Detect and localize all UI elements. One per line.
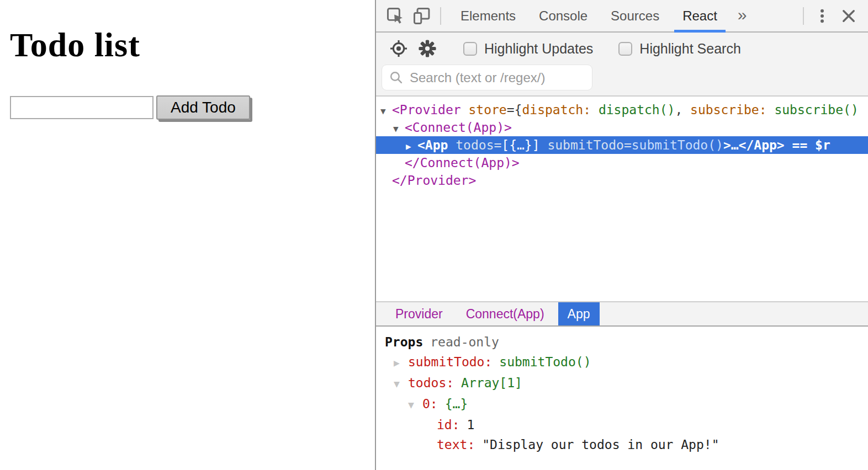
props-row-todos[interactable]: ▼todos:Array[1]: [385, 373, 868, 394]
react-toolbar: Highlight UpdatesHighlight Search: [376, 33, 868, 65]
tree-row-connect-app-close[interactable]: </Connect(App)>: [376, 154, 868, 172]
code-token: dispatch(): [591, 103, 675, 117]
more-tabs-icon[interactable]: »: [738, 7, 747, 25]
code-token: </Provider>: [392, 173, 476, 188]
checkbox-box[interactable]: [463, 42, 477, 56]
tab-elements[interactable]: Elements: [449, 0, 527, 31]
inspect-component-icon[interactable]: [388, 38, 409, 59]
gear-icon[interactable]: [417, 38, 438, 59]
devtools-panel: ElementsConsoleSourcesReact »: [375, 0, 868, 470]
tree-row-provider-close[interactable]: </Provider>: [376, 172, 868, 189]
todo-page: Todo list Add Todo: [0, 0, 375, 470]
props-row-text[interactable]: text:"Display our todos in our App!": [385, 435, 868, 455]
code-token: [785, 138, 792, 152]
disclosure-triangle-icon[interactable]: ▼: [394, 374, 408, 394]
code-token: todos=: [448, 138, 501, 152]
disclosure-triangle-icon[interactable]: ▼: [393, 120, 405, 136]
code-token: <Connect(App)>: [405, 120, 512, 135]
todo-form: Add Todo: [10, 95, 375, 120]
disclosure-triangle-icon[interactable]: ▼: [408, 395, 422, 415]
component-tree: ▼<Provider store={dispatch: dispatch(), …: [376, 97, 868, 301]
checkbox-highlight-updates[interactable]: Highlight Updates: [463, 41, 593, 57]
props-panel: Propsread-only ▶submitTodo:submitTodo()▼…: [376, 327, 868, 470]
checkbox-box[interactable]: [618, 42, 632, 56]
prop-value: 1: [467, 418, 475, 432]
close-devtools-icon[interactable]: [838, 6, 859, 26]
code-token: ,: [675, 103, 690, 117]
todo-input[interactable]: [10, 96, 154, 119]
code-token: dispatch:: [522, 103, 591, 117]
toolbar-checkboxes: Highlight UpdatesHighlight Search: [438, 41, 741, 57]
tree-row-connect-app[interactable]: ▼<Connect(App)>: [376, 119, 868, 136]
divider: [440, 7, 441, 25]
code-token: <Provider: [392, 103, 461, 117]
code-token: </Connect(App)>: [405, 156, 520, 170]
checkbox-highlight-search[interactable]: Highlight Search: [618, 41, 740, 57]
divider: [803, 7, 804, 25]
prop-key: submitTodo:: [408, 355, 492, 369]
props-header: Propsread-only: [385, 332, 868, 352]
search-icon: [389, 70, 404, 85]
react-toolbar-header: Highlight UpdatesHighlight Search: [376, 33, 868, 97]
props-row-submittodo[interactable]: ▶submitTodo:submitTodo(): [385, 352, 868, 373]
code-token: subscribe:: [690, 103, 766, 117]
devtools-tabbar: ElementsConsoleSourcesReact »: [376, 0, 868, 33]
prop-value: "Display our todos in our App!": [482, 437, 719, 452]
code-token: store: [468, 103, 506, 117]
checkbox-label: Highlight Search: [639, 41, 740, 57]
code-token: [{…}]: [501, 138, 539, 152]
breadcrumb-provider[interactable]: Provider: [386, 302, 452, 325]
props-row-0[interactable]: ▼0:{…}: [385, 394, 868, 415]
code-token: submitTodo(): [632, 138, 723, 152]
page-title: Todo list: [10, 25, 375, 65]
tab-console[interactable]: Console: [527, 0, 599, 31]
disclosure-triangle-icon[interactable]: ▶: [394, 353, 408, 373]
props-title: Props: [385, 335, 423, 349]
prop-key: id:: [437, 418, 460, 432]
devtools-tabs: ElementsConsoleSourcesReact: [449, 0, 729, 31]
code-token: == $r: [792, 138, 830, 152]
prop-key: text:: [437, 437, 475, 452]
screenshot-root: Todo list Add Todo ElementsConsoleS: [0, 0, 868, 470]
checkbox-label: Highlight Updates: [484, 41, 593, 57]
kebab-menu-icon[interactable]: [812, 6, 833, 26]
add-todo-button[interactable]: Add Todo: [156, 95, 250, 120]
tree-row-provider[interactable]: ▼<Provider store={dispatch: dispatch(), …: [376, 101, 868, 119]
code-token: [461, 103, 469, 117]
inspect-element-icon[interactable]: [385, 6, 406, 26]
search-row: [376, 65, 868, 95]
component-search[interactable]: [382, 65, 592, 90]
props-row-id[interactable]: id:1: [385, 415, 868, 435]
disclosure-triangle-icon[interactable]: ▼: [380, 103, 392, 119]
prop-value: submitTodo(): [499, 355, 591, 369]
prop-value: {…}: [445, 397, 468, 411]
component-breadcrumbs: ProviderConnect(App)App: [376, 301, 868, 327]
props-rows: ▶submitTodo:submitTodo()▼todos:Array[1]▼…: [385, 352, 868, 455]
breadcrumb-app[interactable]: App: [558, 302, 600, 325]
component-search-input[interactable]: [409, 70, 585, 86]
code-token: >…</App>: [723, 138, 785, 152]
breadcrumb-connect-app[interactable]: Connect(App): [457, 302, 554, 325]
prop-key: 0:: [422, 397, 438, 411]
code-token: subscribe(): [767, 103, 859, 117]
prop-key: todos:: [408, 376, 454, 390]
prop-value: Array[1]: [461, 376, 522, 390]
device-toolbar-icon[interactable]: [411, 6, 432, 26]
disclosure-triangle-icon[interactable]: ▶: [406, 138, 417, 154]
code-token: submitTodo=: [540, 138, 632, 152]
code-token: <App: [417, 138, 448, 152]
tab-sources[interactable]: Sources: [599, 0, 671, 31]
props-mode: read-only: [430, 335, 499, 349]
tree-row-app[interactable]: ▶<App todos=[{…}] submitTodo=submitTodo(…: [376, 136, 868, 154]
code-token: ={: [507, 103, 522, 117]
tab-react[interactable]: React: [671, 0, 729, 31]
